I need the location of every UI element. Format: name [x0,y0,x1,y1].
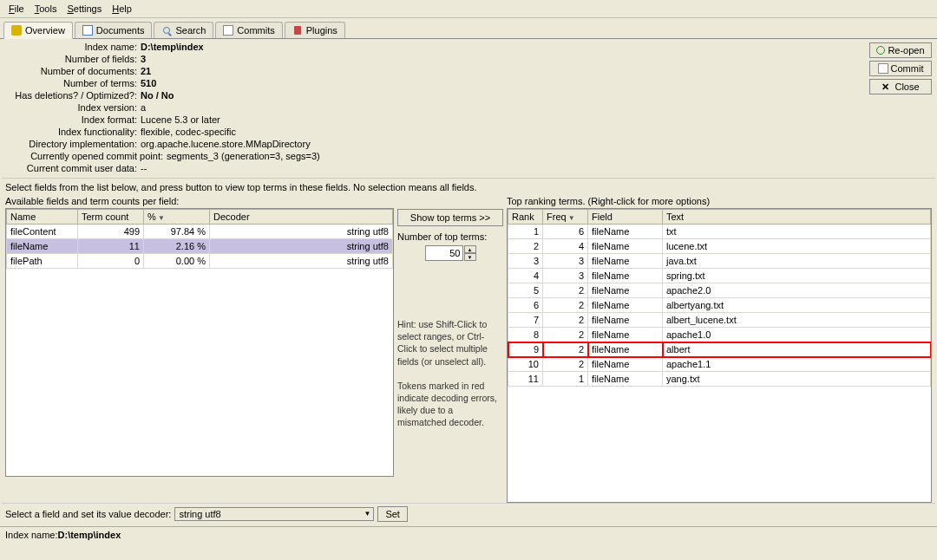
col-percent[interactable]: % [144,210,210,225]
table-row[interactable]: 43fileNamespring.txt [508,269,931,283]
cell-decoder: string utf8 [210,254,393,269]
table-row[interactable]: 82fileNameapache1.0 [508,328,931,342]
commit-point-label: Currently opened commit point: [2,151,167,161]
tab-label: Commits [237,25,274,36]
reopen-button[interactable]: Re-open [869,42,932,58]
decoder-select[interactable]: string utf8 [174,507,374,521]
tab-label: Plugins [306,25,337,36]
overview-panel: Re-open Commit ✕Close Index name:D:\temp… [0,39,937,526]
status-bar: Index name: D:\temp\index [0,526,937,543]
table-row[interactable]: 111fileNameyang.txt [508,372,931,387]
table-row[interactable]: 102fileNameapache1.1 [508,357,931,372]
col-term-count[interactable]: Term count [78,210,144,225]
index-name-value: D:\temp\index [141,42,204,52]
menu-bar: File Tools Settings Help [0,0,937,18]
spinner-up[interactable]: ▲ [464,245,476,253]
num-top-terms-input[interactable] [425,245,463,261]
deletions-value: No / No [141,90,174,101]
col-text[interactable]: Text [663,210,931,225]
functionality-label: Index functionality: [2,127,141,137]
cell-name: filePath [7,254,78,269]
cell-count: 0 [78,254,144,269]
cell-field: fileName [588,254,663,269]
menu-help[interactable]: Help [107,2,137,16]
tab-bar: Overview Documents Search Commits Plugin… [0,18,937,39]
button-label: Commit [891,63,924,74]
table-row[interactable]: 16fileNametxt [508,225,931,239]
cell-field: fileName [588,328,663,342]
menu-file[interactable]: File [3,2,29,16]
commit-button[interactable]: Commit [869,61,932,76]
format-label: Index format: [2,114,141,125]
button-label: Re-open [888,45,924,55]
terms-table: Rank Freq Field Text 16fileNametxt24file… [508,209,931,387]
set-decoder-button[interactable]: Set [377,506,408,522]
cell-field: fileName [588,225,663,239]
num-docs-label: Number of documents: [2,66,141,76]
table-row[interactable]: filePath00.00 %string utf8 [7,254,393,269]
cell-pct: 0.00 % [144,254,210,269]
col-freq[interactable]: Freq [543,210,588,225]
documents-icon [82,25,93,36]
cell-freq: 2 [543,328,588,342]
tab-plugins[interactable]: Plugins [285,22,345,38]
tab-overview[interactable]: Overview [3,22,73,39]
decoder-select-value: string utf8 [179,509,220,519]
user-data-value: -- [141,163,147,173]
cell-count: 499 [78,225,144,239]
decoder-label: Select a field and set its value decoder… [5,509,171,519]
index-name-label: Index name: [2,42,141,52]
cell-freq: 3 [543,254,588,269]
table-row[interactable]: 62fileNamealbertyang.txt [508,298,931,313]
cell-text: albert [663,342,931,357]
plugins-icon [292,25,303,36]
cell-rank: 9 [508,342,543,357]
cell-pct: 97.84 % [144,225,210,239]
col-name[interactable]: Name [7,210,78,225]
cell-freq: 2 [543,357,588,372]
menu-tools[interactable]: Tools [29,2,62,16]
col-rank[interactable]: Rank [508,210,543,225]
cell-freq: 1 [543,372,588,387]
num-docs-value: 21 [141,66,151,76]
menu-settings[interactable]: Settings [62,2,107,16]
table-row[interactable]: 72fileNamealbert_lucene.txt [508,313,931,328]
table-row[interactable]: 33fileNamejava.txt [508,254,931,269]
close-button[interactable]: ✕Close [869,79,932,94]
tab-commits[interactable]: Commits [215,22,282,38]
cell-freq: 2 [543,342,588,357]
cell-field: fileName [588,239,663,254]
tab-search[interactable]: Search [154,22,213,38]
cell-rank: 2 [508,239,543,254]
cell-name: fileName [7,239,78,254]
cell-freq: 2 [543,298,588,313]
spinner-down[interactable]: ▼ [464,253,476,261]
commit-icon [878,63,888,74]
tab-documents[interactable]: Documents [75,22,153,38]
cell-decoder: string utf8 [210,239,393,254]
status-label: Index name: [5,530,58,540]
cell-rank: 7 [508,313,543,328]
cell-text: albert_lucene.txt [663,313,931,328]
fields-table: Name Term count % Decoder fileContent499… [6,209,393,269]
cell-rank: 4 [508,269,543,283]
commits-icon [223,25,233,36]
cell-name: fileContent [7,225,78,239]
overview-icon [11,25,22,36]
col-field[interactable]: Field [588,210,663,225]
fields-table-container: Name Term count % Decoder fileContent499… [5,208,394,477]
cell-rank: 11 [508,372,543,387]
show-top-terms-button[interactable]: Show top terms >> [397,209,503,226]
table-row[interactable]: fileName112.16 %string utf8 [7,239,393,254]
table-row[interactable]: 52fileNameapache2.0 [508,283,931,298]
table-row[interactable]: 92fileNamealbert [508,342,931,357]
col-decoder[interactable]: Decoder [210,210,393,225]
reopen-icon [876,46,885,55]
cell-field: fileName [588,313,663,328]
table-row[interactable]: 24fileNamelucene.txt [508,239,931,254]
version-label: Index version: [2,102,141,113]
cell-field: fileName [588,283,663,298]
cell-rank: 8 [508,328,543,342]
table-row[interactable]: fileContent49997.84 %string utf8 [7,225,393,239]
cell-field: fileName [588,357,663,372]
